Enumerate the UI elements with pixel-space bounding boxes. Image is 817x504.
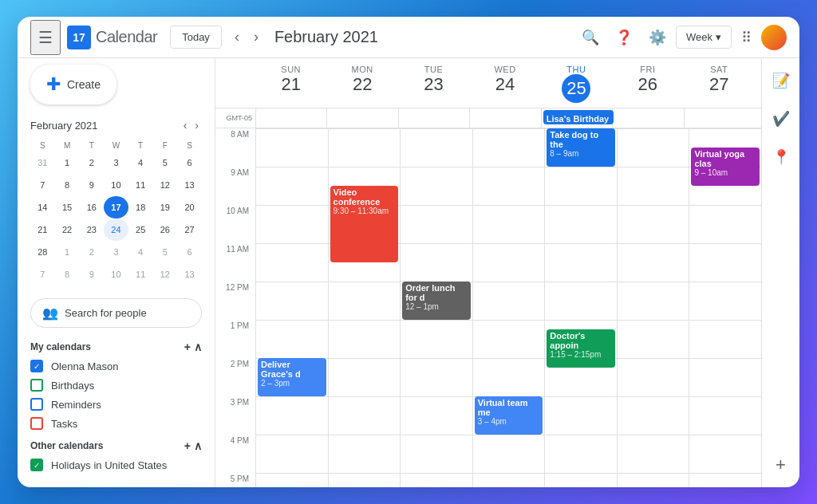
cal-grid-scroll[interactable]: 8 AM9 AM10 AM11 AM12 PM1 PM2 PM3 PM4 PM5… (215, 128, 761, 487)
collapse-icon[interactable]: ∧ (194, 341, 202, 353)
mini-cal-day[interactable]: 5 (153, 152, 178, 174)
hour-cell[interactable] (545, 282, 617, 320)
hour-cell[interactable] (689, 205, 761, 243)
mini-cal-day[interactable]: 22 (55, 219, 80, 241)
hour-cell[interactable] (618, 473, 689, 487)
hour-cell[interactable] (689, 435, 761, 473)
calendar-checkbox[interactable] (30, 398, 43, 411)
mini-cal-day[interactable]: 21 (30, 219, 55, 241)
hour-cell[interactable] (256, 243, 328, 282)
apps-button[interactable]: ⠿ (735, 22, 758, 53)
hour-cell[interactable] (545, 473, 617, 487)
mini-cal-day[interactable]: 8 (55, 174, 80, 196)
mini-cal-day[interactable]: 1 (55, 152, 80, 174)
mini-cal-day[interactable]: 5 (153, 241, 178, 263)
mini-cal-day[interactable]: 16 (79, 196, 104, 219)
help-button[interactable]: ❓ (609, 22, 639, 53)
hour-cell[interactable] (618, 282, 689, 320)
tasks-icon[interactable]: ✔️ (765, 103, 797, 135)
hour-cell[interactable] (401, 167, 472, 205)
mini-cal-day[interactable]: 4 (128, 152, 153, 174)
calendar-item[interactable]: Tasks (30, 414, 202, 433)
hour-cell[interactable] (256, 435, 328, 473)
mini-cal-day[interactable]: 7 (30, 174, 55, 196)
mini-cal-day[interactable]: 19 (153, 196, 178, 219)
mini-cal-day[interactable]: 2 (79, 152, 104, 174)
hour-cell[interactable] (689, 282, 761, 320)
view-selector[interactable]: Week ▾ (676, 26, 732, 49)
hour-cell[interactable] (473, 435, 545, 473)
mini-cal-day[interactable]: 2 (79, 241, 104, 263)
add-calendar-icon[interactable]: + (184, 341, 191, 353)
event-virtual-team[interactable]: Virtual team me3 – 4pm (475, 396, 543, 435)
prev-button[interactable]: ‹ (228, 24, 246, 50)
mini-cal-day[interactable]: 26 (153, 219, 178, 241)
mini-cal-day[interactable]: 3 (104, 241, 128, 263)
event-order-lunch[interactable]: Order lunch for d12 – 1pm (402, 282, 471, 320)
hour-cell[interactable] (473, 473, 545, 487)
hour-cell[interactable] (689, 320, 761, 358)
other-calendar-item[interactable]: Holidays in United States (30, 455, 202, 474)
mini-cal-day[interactable]: 14 (30, 196, 55, 219)
hour-cell[interactable] (545, 396, 617, 435)
mini-cal-day[interactable]: 27 (177, 219, 202, 241)
event-virtual-yoga[interactable]: Virtual yoga clas9 – 10am (691, 148, 760, 186)
calendar-item[interactable]: Olenna Mason (30, 356, 202, 376)
collapse-other-icon[interactable]: ∧ (194, 439, 202, 452)
hour-cell[interactable] (618, 167, 689, 205)
calendar-checkbox[interactable] (30, 360, 43, 372)
hour-cell[interactable] (618, 320, 689, 358)
hour-cell[interactable] (689, 473, 761, 487)
hour-cell[interactable] (256, 205, 328, 243)
mini-cal-day[interactable]: 9 (79, 263, 104, 285)
hour-cell[interactable] (329, 128, 401, 167)
hour-cell[interactable] (618, 358, 689, 396)
hour-cell[interactable] (256, 167, 328, 205)
hour-cell[interactable] (473, 358, 545, 396)
event-deliver-grace[interactable]: Deliver Grace's d2 – 3pm (258, 358, 326, 396)
day-header-thu[interactable]: THU 25 (541, 58, 612, 108)
mini-cal-day[interactable]: 7 (30, 263, 55, 285)
hour-cell[interactable] (256, 396, 328, 435)
create-button[interactable]: ✚ Create (30, 65, 116, 104)
mini-cal-day[interactable]: 4 (128, 241, 153, 263)
mini-cal-day[interactable]: 6 (177, 241, 202, 263)
event-lisas-birthday[interactable]: Lisa's Birthday (543, 110, 614, 124)
other-calendars-header[interactable]: Other calendars + ∧ (30, 439, 202, 452)
hour-cell[interactable] (256, 473, 328, 487)
add-other-calendar-icon[interactable]: + (184, 439, 191, 452)
mini-cal-day[interactable]: 11 (128, 263, 153, 285)
hour-cell[interactable] (256, 320, 328, 358)
hour-cell[interactable] (618, 396, 689, 435)
search-button[interactable]: 🔍 (575, 22, 606, 53)
hour-cell[interactable] (256, 128, 328, 167)
mini-cal-day[interactable]: 11 (128, 174, 153, 196)
menu-button[interactable]: ☰ (30, 20, 61, 55)
settings-button[interactable]: ⚙️ (642, 22, 673, 53)
hour-cell[interactable] (401, 128, 472, 167)
hour-cell[interactable] (329, 473, 401, 487)
hour-cell[interactable] (329, 320, 401, 358)
hour-cell[interactable] (401, 396, 472, 435)
mini-cal-day[interactable]: 24 (104, 219, 128, 241)
mini-cal-day[interactable]: 23 (79, 219, 104, 241)
hour-cell[interactable] (329, 396, 401, 435)
mini-cal-day[interactable]: 10 (104, 174, 128, 196)
mini-cal-day[interactable]: 28 (30, 241, 55, 263)
mini-cal-day[interactable]: 6 (177, 152, 202, 174)
hour-cell[interactable] (256, 282, 328, 320)
hour-cell[interactable] (545, 205, 617, 243)
other-calendar-checkbox[interactable] (30, 459, 43, 471)
hour-cell[interactable] (401, 243, 472, 282)
mini-cal-day[interactable]: 15 (55, 196, 80, 219)
hour-cell[interactable] (473, 167, 545, 205)
hour-cell[interactable] (473, 128, 545, 167)
mini-cal-day[interactable]: 18 (128, 196, 153, 219)
hour-cell[interactable] (473, 243, 545, 282)
hour-cell[interactable] (689, 358, 761, 396)
right-add-button[interactable]: + (765, 449, 797, 481)
mini-cal-day[interactable]: 31 (30, 152, 55, 174)
hour-cell[interactable] (329, 435, 401, 473)
hour-cell[interactable] (473, 205, 545, 243)
hour-cell[interactable] (401, 473, 472, 487)
